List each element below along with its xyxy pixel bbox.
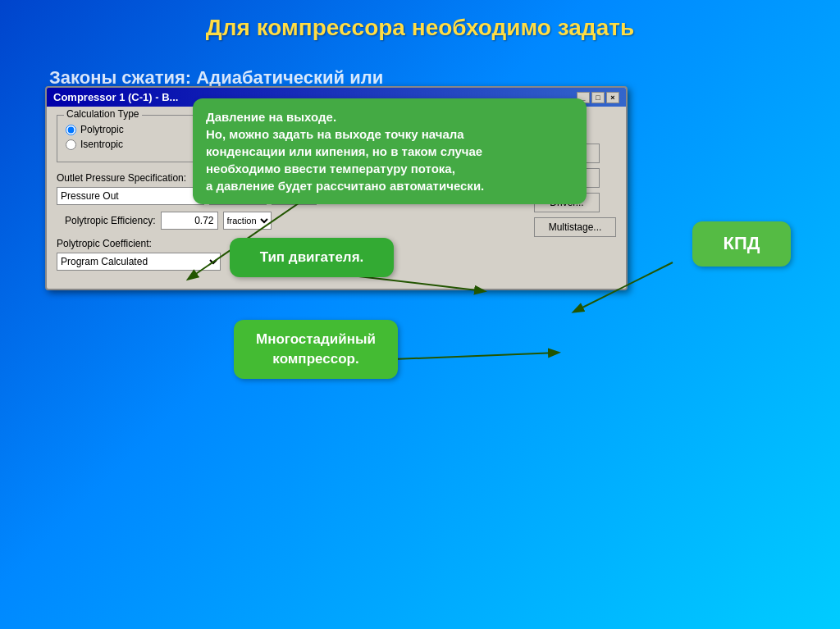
dialog-title: Compressor 1 (C-1) - В... (53, 91, 178, 103)
polytropic-radio[interactable] (66, 125, 76, 135)
close-button[interactable]: × (606, 92, 619, 103)
page-title: Для компрессора необходимо задать (0, 0, 840, 51)
efficiency-label: Polytropic Efficiency: (65, 215, 156, 226)
tooltip-multistage: Многостадийный компрессор. (234, 320, 398, 379)
coeff-select[interactable]: Program Calculated (57, 253, 221, 271)
tooltip-kpd: КПД (692, 221, 791, 267)
efficiency-unit-select[interactable]: fraction (223, 212, 272, 230)
polytropic-label: Polytropic (80, 124, 124, 135)
efficiency-value-input[interactable] (161, 212, 218, 230)
pressure-out-select[interactable]: Pressure Out (57, 187, 204, 205)
tooltip-driver: Тип двигателя. (230, 238, 394, 277)
tooltip-pressure: Давление на выходе. Но, можно задать на … (193, 98, 587, 204)
calc-type-label: Calculation Type (64, 108, 142, 120)
isentropic-label: Isentropic (80, 139, 123, 150)
maximize-button[interactable]: □ (591, 92, 605, 103)
multistage-button[interactable]: Multistage... (534, 217, 616, 237)
isentropic-radio[interactable] (66, 139, 76, 150)
